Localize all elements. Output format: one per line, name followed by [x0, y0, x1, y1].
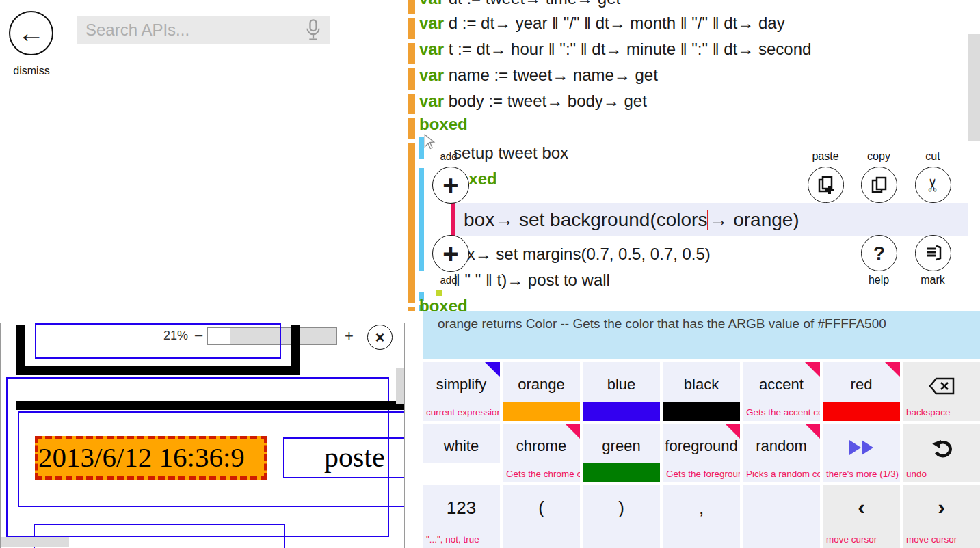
cut-button[interactable]: ✂ [915, 167, 951, 203]
key-comma[interactable]: , [663, 485, 740, 548]
block-bar [408, 94, 415, 114]
dismiss-button[interactable]: ← [9, 11, 53, 55]
add-statement-button[interactable]: + [432, 235, 469, 272]
line-var-t[interactable]: var t := dt→ hour ‖ ":" ‖ dt→ minute ‖ "… [419, 40, 811, 59]
key-cursor-left[interactable]: ‹move cursor [823, 485, 900, 548]
paste-label: paste [802, 150, 849, 163]
search-input[interactable]: Search APIs... [77, 16, 330, 44]
key-paren-close[interactable]: ) [583, 485, 660, 548]
key-label: orange [503, 376, 580, 394]
line-var-body[interactable]: var body := tweet→ body→ get [419, 92, 647, 111]
block-bar [408, 0, 415, 14]
microphone-icon[interactable] [302, 18, 325, 42]
keyword: var [419, 66, 444, 84]
key-label: 123 [423, 497, 500, 519]
help-label: help [855, 274, 903, 286]
key-subtitle: Gets the foregroun [666, 469, 740, 479]
line-var-d[interactable]: var d := dt→ year ‖ "/" ‖ dt→ month ‖ "/… [419, 14, 785, 33]
preview-horizontal-scrollbar[interactable] [1, 537, 69, 547]
key-label: white [423, 437, 500, 455]
key-accent[interactable]: accentGets the accent co [743, 362, 820, 421]
key-foreground[interactable]: foregroundGets the foregroun [663, 424, 740, 482]
key-simplify[interactable]: simplifycurrent expression [423, 362, 500, 421]
copy-icon [871, 176, 888, 194]
color-swatch [823, 402, 900, 421]
key-red[interactable]: red [823, 362, 900, 421]
close-icon: × [375, 328, 384, 347]
line-comment[interactable]: setup tweet box [453, 143, 568, 163]
mini-date-text: 2013/6/12 16:36:9 [38, 441, 245, 473]
block-bar [419, 168, 424, 271]
block-bar [408, 143, 415, 303]
paste-icon [817, 176, 836, 195]
mark-button[interactable] [915, 235, 951, 271]
block-bar [408, 18, 415, 39]
add-statement-button[interactable]: + [432, 167, 469, 204]
key-cursor-right[interactable]: ›move cursor [903, 485, 980, 548]
color-swatch [663, 402, 740, 421]
key-subtitle: "...", not, true [426, 534, 479, 545]
mini-bottom-box [34, 524, 285, 548]
color-swatch [423, 463, 500, 482]
key-black[interactable]: black [663, 362, 740, 421]
keyword: var [419, 92, 444, 110]
mini-black-frame [16, 325, 300, 375]
line-boxed-outer[interactable]: boxed [419, 115, 468, 134]
key-orange[interactable]: orange [503, 362, 580, 421]
cut-label: cut [909, 150, 957, 163]
line-boxed-last[interactable]: boxed [419, 297, 468, 311]
key-label: › [903, 495, 980, 520]
key-label: foreground [663, 437, 740, 455]
copy-button[interactable] [861, 167, 897, 203]
mini-posted-text: poste [324, 441, 385, 473]
tooltip-bar: orange returns Color -- Gets the color t… [423, 311, 980, 359]
fold-corner-icon [805, 424, 820, 439]
close-preview-button[interactable]: × [367, 325, 393, 350]
key-more[interactable]: there's more (1/3) [823, 424, 900, 482]
key-subtitle: move cursor [826, 534, 877, 545]
line-var-dt[interactable]: var dt := tweet→ time→ get [419, 0, 620, 8]
line-set-margins[interactable]: box→ set margins(0.7, 0.5, 0.7, 0.5) [449, 245, 711, 264]
keyword: boxed [419, 297, 468, 311]
key-undo[interactable]: undo [903, 424, 980, 482]
paste-button[interactable] [808, 167, 844, 203]
key-blue[interactable]: blue [583, 362, 660, 421]
code-text: dt := tweet→ time→ get [444, 0, 620, 8]
key-chrome[interactable]: chromeGets the chrome c [503, 424, 580, 482]
fold-corner-icon [725, 424, 740, 439]
key-backspace[interactable]: backspace [903, 362, 980, 421]
key-paren-open[interactable]: ( [503, 485, 580, 548]
key-label: accent [743, 376, 820, 394]
zoom-in-button[interactable]: + [345, 327, 354, 345]
code-text: d := dt→ year ‖ "/" ‖ dt→ month ‖ "/" ‖ … [444, 14, 785, 32]
mark-icon [925, 245, 942, 262]
key-subtitle: there's more (1/3) [826, 469, 899, 479]
code-text: setup tweet box [453, 143, 568, 162]
code-scrollbar[interactable] [968, 34, 980, 141]
color-swatch [503, 402, 580, 421]
key-white[interactable]: white [423, 424, 500, 482]
key-random[interactable]: randomPicks a random co [743, 424, 820, 482]
key-green[interactable]: green [583, 424, 660, 482]
key-subtitle: Gets the accent co [746, 407, 820, 417]
key-label: ) [583, 497, 660, 519]
line-set-background[interactable]: box→ set background(colors→ orange) [451, 203, 968, 236]
help-button[interactable]: ? [861, 235, 897, 271]
add-label: add [430, 150, 467, 162]
key-num123[interactable]: 123"...", not, true [423, 485, 500, 548]
key-subtitle: move cursor [906, 534, 957, 545]
mark-label: mark [909, 274, 957, 286]
preview-vertical-scrollbar[interactable] [396, 368, 405, 404]
mouse-cursor [423, 134, 436, 150]
mini-tweet-date-box: 2013/6/12 16:36:9 [35, 436, 267, 480]
code-text: ‖ " " ‖ t)→ post to wall [453, 271, 610, 289]
preview-panel: 21% – + × 2013/6/12 16:36:9 poste [0, 323, 405, 548]
line-post-to-wall[interactable]: ‖ " " ‖ t)→ post to wall [453, 271, 610, 290]
line-var-name[interactable]: var name := tweet→ name→ get [419, 66, 658, 85]
key-label: green [583, 437, 660, 455]
code-text: t := dt→ hour ‖ ":" ‖ dt→ minute ‖ ":" ‖… [444, 40, 811, 58]
block-bar [408, 68, 415, 90]
fold-corner-icon [885, 362, 900, 377]
code-text: box→ set margins(0.7, 0.5, 0.7, 0.5) [449, 245, 711, 263]
keyword: var [419, 0, 444, 8]
